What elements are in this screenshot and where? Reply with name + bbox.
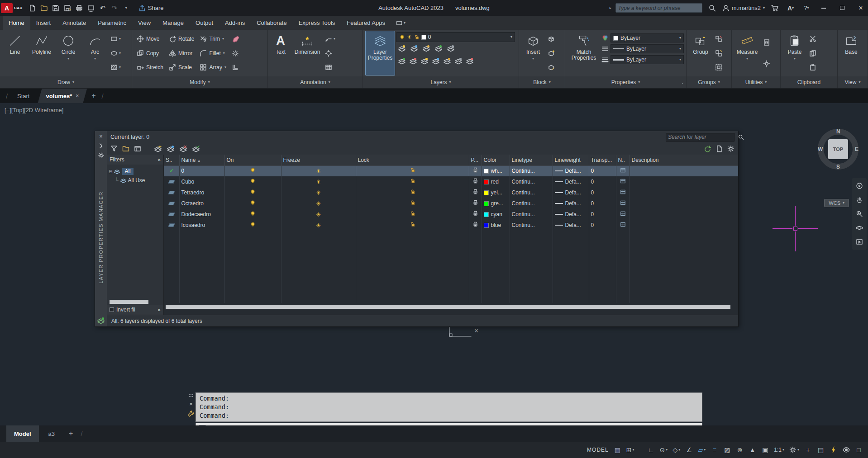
col-on[interactable]: On (224, 155, 281, 165)
layer-search-icon[interactable] (738, 134, 744, 140)
plot-toggle[interactable] (469, 220, 482, 231)
collapse-invert-icon[interactable]: « (157, 307, 161, 313)
freeze-vp-layer-icon[interactable] (443, 57, 451, 66)
settings-gear-icon[interactable] (727, 145, 734, 152)
search-input[interactable] (618, 5, 700, 11)
mirror-button[interactable]: Mirror (167, 47, 196, 60)
lineweight-cell[interactable]: Defa... (553, 165, 589, 176)
new-group-filter-icon[interactable] (122, 145, 129, 152)
plot-toggle[interactable] (469, 176, 482, 187)
col-lock[interactable]: Lock (356, 155, 469, 165)
filter-all-label[interactable]: All (122, 168, 133, 175)
base-view-button[interactable]: Base (840, 31, 863, 76)
freeze-toggle[interactable]: ☀ (281, 220, 356, 231)
group-selection-icon[interactable] (714, 61, 724, 74)
make-current-icon[interactable] (398, 57, 406, 66)
freeze-toggle[interactable]: ☀ (281, 198, 356, 209)
delete-layer-row-icon[interactable] (179, 145, 187, 153)
transparency-cell[interactable]: 0 (589, 198, 616, 209)
panel-label-utilities[interactable]: Utilities▾ (732, 76, 780, 88)
on-toggle[interactable] (224, 187, 281, 198)
table-icon[interactable] (324, 61, 337, 74)
on-toggle[interactable] (224, 209, 281, 220)
isolate-layer-icon[interactable] (434, 44, 443, 54)
measure-button[interactable]: Measure▾ (734, 31, 760, 76)
lineweight-cell[interactable]: Defa... (553, 209, 589, 220)
minimize-button[interactable] (816, 0, 831, 16)
transparency-cell[interactable]: 0 (589, 187, 616, 198)
match-properties-button[interactable]: Match Properties (568, 31, 600, 76)
tab-view[interactable]: View (132, 16, 157, 30)
transparency-display-icon[interactable]: ▨ (721, 444, 733, 456)
layer-row-2[interactable]: Tetraedro ☀ yel... Continu... Defa... 0 (164, 187, 738, 198)
description-cell[interactable] (630, 165, 738, 176)
new-vp-freeze-toggle[interactable] (616, 165, 630, 176)
search-icon[interactable] (706, 2, 718, 14)
layer-states-manager-icon[interactable] (134, 145, 141, 152)
copy-button[interactable]: Copy (134, 47, 166, 60)
orbit-icon[interactable] (856, 224, 863, 231)
plot-toggle[interactable] (469, 165, 482, 176)
tab-insert[interactable]: Insert (30, 16, 57, 30)
maximize-button[interactable] (835, 0, 849, 16)
transparency-cell[interactable]: 0 (589, 176, 616, 187)
polar-tracking-icon[interactable]: ◇▾ (671, 444, 682, 456)
description-cell[interactable] (630, 176, 738, 187)
linetype-cell[interactable]: Continu... (510, 198, 553, 209)
redo-icon[interactable]: ↷ (109, 2, 120, 14)
color-cell[interactable]: gre... (482, 198, 510, 209)
autodesk-app-icon[interactable]: A▾ (785, 2, 796, 14)
quick-calculator-icon[interactable] (762, 36, 772, 49)
on-toggle[interactable] (224, 198, 281, 209)
col-transparency[interactable]: Transp... (589, 155, 616, 165)
lineweight-display-icon[interactable]: ≡ (709, 444, 720, 456)
layer-row-0[interactable]: ✔ 0 ☀ wh... Continu... Defa... 0 (164, 165, 738, 176)
freeze-toggle[interactable]: ☀ (281, 209, 356, 220)
linetype-list-icon[interactable] (601, 45, 609, 52)
quick-properties-icon[interactable]: ▤ (815, 444, 826, 456)
isolate-objects-icon[interactable] (840, 444, 852, 456)
collapse-filters-icon[interactable]: « (157, 156, 161, 163)
fillet-button[interactable]: Fillet▾ (197, 47, 229, 60)
close-button[interactable]: × (854, 0, 868, 16)
delete-layer-icon[interactable] (466, 57, 474, 66)
create-block-icon[interactable] (546, 47, 556, 60)
group-edit-icon[interactable] (714, 47, 724, 60)
ellipse-tool-icon[interactable]: ▾ (109, 47, 122, 60)
command-input[interactable] (214, 425, 692, 426)
rectangle-tool-icon[interactable]: ▾ (109, 32, 122, 46)
tab-home[interactable]: Home (3, 16, 30, 30)
undo-icon[interactable]: ↶ (97, 2, 109, 14)
filter-all-used-label[interactable]: All Use (128, 177, 145, 184)
polyline-button[interactable]: Polyline (29, 31, 54, 76)
command-input-row[interactable]: ▾ ▲ (196, 423, 702, 425)
autocad-logo[interactable]: A CAD (1, 3, 23, 13)
panel-label-annotation[interactable]: Annotation▾ (268, 76, 362, 88)
compass-north[interactable]: N (836, 128, 840, 135)
panel-label-view[interactable]: View▾ (838, 76, 868, 88)
lineweight-cell[interactable]: Defa... (553, 176, 589, 187)
layer-walk-icon[interactable] (432, 57, 440, 66)
panel-launcher-icon[interactable]: ⌄ (681, 80, 684, 85)
model-tab[interactable]: Model (6, 425, 39, 442)
freeze-toggle[interactable]: ☀ (281, 165, 356, 176)
description-cell[interactable] (630, 209, 738, 220)
previous-layer-icon[interactable] (420, 57, 429, 66)
tab-manage[interactable]: Manage (157, 16, 190, 30)
object-color-combo[interactable]: ByLayer▾ (610, 33, 684, 42)
tab-annotate[interactable]: Annotate (57, 16, 92, 30)
annotation-monitor-icon[interactable]: + (802, 444, 814, 456)
col-linetype[interactable]: Linetype (510, 155, 553, 165)
col-plot[interactable]: P... (469, 155, 482, 165)
plot-toggle[interactable] (469, 198, 482, 209)
linetype-cell[interactable]: Continu... (510, 176, 553, 187)
match-layer-icon[interactable] (409, 57, 417, 66)
clean-screen-icon[interactable]: □ (853, 444, 864, 456)
filters-scrollbar[interactable] (110, 300, 148, 304)
object-snap-icon[interactable]: ▱▾ (696, 444, 707, 456)
layer-row-4[interactable]: Dodecaedro ☀ cyan Continu... Defa... 0 (164, 209, 738, 220)
command-options-icon[interactable] (199, 425, 206, 425)
command-history[interactable]: Command: Command: Command: (196, 392, 702, 422)
col-status[interactable]: S.. (164, 155, 179, 165)
text-button[interactable]: AText (270, 31, 291, 76)
